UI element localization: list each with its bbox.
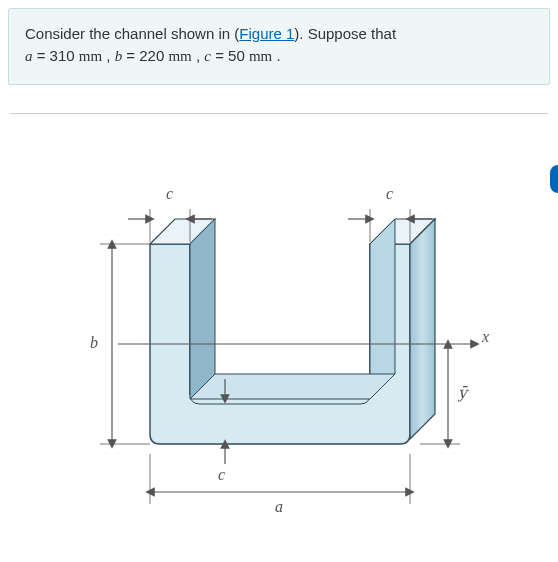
channel-figure: x b a c c c ȳ xyxy=(0,124,558,544)
label-ybar: ȳ xyxy=(457,384,470,402)
divider xyxy=(10,113,548,114)
unit-b: mm xyxy=(168,48,191,64)
label-c-b: c xyxy=(218,466,225,483)
figure-link[interactable]: Figure 1 xyxy=(239,25,294,42)
label-c-tl: c xyxy=(166,185,173,202)
sep2: , xyxy=(192,47,205,64)
prompt-lead: Consider the channel shown in ( xyxy=(25,25,239,42)
label-x: x xyxy=(481,328,489,345)
dim-a: a xyxy=(150,454,410,515)
val-a: = 310 xyxy=(33,47,79,64)
val-c: = 50 xyxy=(211,47,249,64)
problem-statement: Consider the channel shown in (Figure 1)… xyxy=(8,8,550,85)
prompt-after-link: ). Suppose that xyxy=(294,25,396,42)
label-a: a xyxy=(275,498,283,515)
var-c: c xyxy=(204,48,211,64)
figure-area: x b a c c c ȳ xyxy=(0,124,558,544)
sep1: , xyxy=(102,47,115,64)
unit-c: mm xyxy=(249,48,272,64)
val-b: = 220 xyxy=(122,47,168,64)
label-c-tr: c xyxy=(386,185,393,202)
channel-solid xyxy=(150,219,435,444)
unit-a: mm xyxy=(79,48,102,64)
var-a: a xyxy=(25,48,33,64)
period: . xyxy=(272,47,280,64)
label-b: b xyxy=(90,334,98,351)
